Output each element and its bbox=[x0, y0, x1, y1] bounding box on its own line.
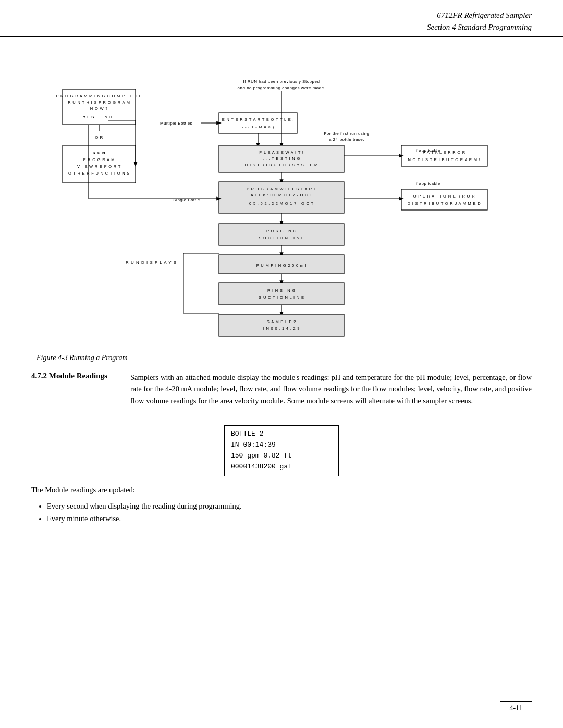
section-472-body: Samplers with an attached module display… bbox=[130, 372, 532, 416]
svg-text:P R O G R A M: P R O G R A M bbox=[83, 157, 115, 162]
svg-text:P U M P I N G  2 5 0  m l: P U M P I N G 2 5 0 m l bbox=[256, 263, 307, 268]
svg-text:R U N  D I S P L A Y S: R U N D I S P L A Y S bbox=[126, 260, 177, 265]
section-472-heading: 4.7.2 Module Readings bbox=[31, 372, 115, 416]
diagram-svg-container: P R O G R A M M I N G C O M P L E T E R … bbox=[31, 47, 532, 350]
svg-text:P U R G I N G: P U R G I N G bbox=[266, 229, 297, 233]
figure-caption: Figure 4-3 Running a Program bbox=[31, 354, 532, 362]
svg-text:Multiple Bottles: Multiple Bottles bbox=[160, 121, 192, 126]
page-header: 6712FR Refrigerated Sampler Section 4 St… bbox=[0, 0, 563, 37]
svg-text:Y E S: Y E S bbox=[83, 115, 94, 119]
bullet-item: Every second when displaying the reading… bbox=[47, 500, 532, 513]
svg-rect-16 bbox=[219, 113, 297, 133]
section-472-text: Samplers with an attached module display… bbox=[130, 372, 532, 406]
module-line1: BOTTLE 2 bbox=[231, 429, 332, 440]
svg-rect-46 bbox=[219, 224, 344, 245]
svg-text:N O  D I S T R I B U T O R  A : N O D I S T R I B U T O R A R M ! bbox=[408, 157, 480, 162]
svg-text:F A T A L  E R R O R: F A T A L E R R O R bbox=[423, 150, 466, 155]
svg-text:I N  0 0 : 1 4 : 2 9: I N 0 0 : 1 4 : 2 9 bbox=[263, 326, 300, 331]
svg-text:S U C T I O N  L I N E: S U C T I O N L I N E bbox=[259, 295, 304, 300]
svg-text:P L E A S E  W A I T !: P L E A S E W A I T ! bbox=[259, 150, 303, 155]
svg-text:O R: O R bbox=[95, 135, 103, 140]
svg-text:V I E W  R E P O R T: V I E W R E P O R T bbox=[77, 164, 121, 169]
page-footer: 4-11 bbox=[500, 701, 532, 712]
svg-text:R U N  T H I S  P R O G R A M: R U N T H I S P R O G R A M bbox=[68, 100, 130, 105]
svg-text:D I S T R I B U T O R  S Y S T: D I S T R I B U T O R S Y S T E M bbox=[245, 163, 318, 167]
module-line3: 150 gpm 0.82 ft bbox=[231, 451, 332, 462]
svg-text:If applicable: If applicable bbox=[414, 181, 440, 186]
svg-text:N O W ?: N O W ? bbox=[90, 106, 108, 111]
page-number: 4-11 bbox=[509, 704, 522, 712]
svg-text:O P E R A T I O N  E R R O R: O P E R A T I O N E R R O R bbox=[413, 194, 475, 199]
module-line4: 00001438200 gal bbox=[231, 462, 332, 473]
svg-rect-61 bbox=[219, 314, 344, 336]
svg-text:E N T E R  S T A R T  B O T T : E N T E R S T A R T B O T T L E : bbox=[222, 117, 295, 122]
svg-text:O T H E R  F U N C T I O N S: O T H E R F U N C T I O N S bbox=[68, 171, 130, 176]
updated-text: The Module readings are updated: bbox=[31, 486, 532, 495]
svg-text:For the first run using: For the first run using bbox=[324, 131, 369, 136]
svg-text:D I S T R I B U T O R  J A M M: D I S T R I B U T O R J A M M E D bbox=[408, 201, 481, 206]
svg-text:a 24-bottle base.: a 24-bottle base. bbox=[329, 137, 364, 142]
svg-rect-33 bbox=[401, 189, 487, 210]
header-line1: 6712FR Refrigerated Sampler bbox=[31, 9, 532, 21]
svg-text:S U C T I O N  L I N E: S U C T I O N L I N E bbox=[259, 236, 304, 240]
svg-text:0 5 : 5 2 : 2 2  M O  1 7 - O : 0 5 : 5 2 : 2 2 M O 1 7 - O C T bbox=[249, 201, 314, 206]
svg-text:S A M P L E  2: S A M P L E 2 bbox=[267, 319, 296, 324]
bullet-item: Every minute otherwise. bbox=[47, 512, 532, 525]
svg-text:P R O G R A M  W I L L  S T A : P R O G R A M W I L L S T A R T bbox=[247, 187, 316, 191]
svg-text:. . . T E S T I N G: . . . T E S T I N G bbox=[263, 156, 300, 161]
main-content: P R O G R A M M I N G C O M P L E T E R … bbox=[0, 37, 563, 546]
section-472: 4.7.2 Module Readings Samplers with an a… bbox=[31, 372, 532, 416]
svg-text:Single Bottle: Single Bottle bbox=[173, 198, 200, 202]
module-display-box: BOTTLE 2 IN 00:14:39 150 gpm 0.82 ft 000… bbox=[224, 425, 339, 476]
svg-rect-57 bbox=[219, 283, 344, 305]
bullet-list: Every second when displaying the reading… bbox=[47, 500, 532, 525]
svg-text:R U N: R U N bbox=[93, 151, 105, 155]
svg-text:and no programming changes wer: and no programming changes were made. bbox=[238, 85, 326, 90]
svg-text:R I N S I N G: R I N S I N G bbox=[267, 288, 296, 293]
header-line2: Section 4 Standard Programming bbox=[31, 21, 532, 33]
svg-text:A T  0 6 : 0 0  M O  1 7 - O C: A T 0 6 : 0 0 M O 1 7 - O C T bbox=[251, 193, 313, 198]
svg-text:If RUN had been previously Sto: If RUN had been previously Stopped bbox=[243, 79, 320, 84]
svg-text:- -  ( 1 - M A X ): - - ( 1 - M A X ) bbox=[242, 125, 274, 129]
module-line2: IN 00:14:39 bbox=[231, 440, 332, 451]
svg-text:P R O G R A M M I N G  C O M P: P R O G R A M M I N G C O M P L E T E bbox=[56, 94, 142, 98]
svg-text:N O: N O bbox=[105, 115, 113, 119]
diagram-area: P R O G R A M M I N G C O M P L E T E R … bbox=[31, 47, 532, 362]
